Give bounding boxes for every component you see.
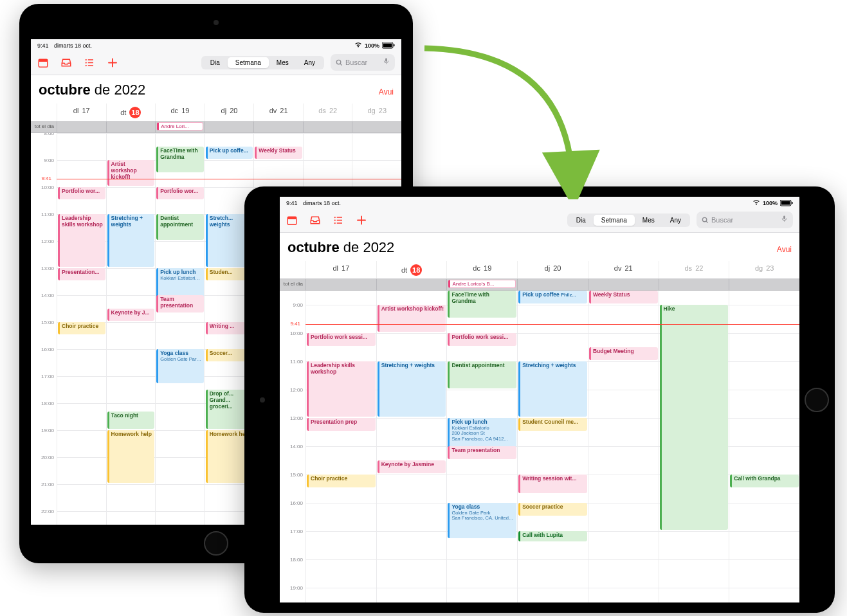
calendar-event[interactable]: Taco night	[107, 412, 155, 429]
day-header-cell[interactable]: ds 22	[659, 261, 729, 278]
seg-day[interactable]: Dia	[569, 215, 594, 226]
day-header-cell[interactable]: dt 18	[106, 104, 156, 121]
search-placeholder: Buscar	[711, 216, 733, 224]
calendar-event[interactable]: Dentist appointment	[448, 361, 516, 388]
day-column[interactable]: FaceTime with GrandmaPortfolio work sess…	[446, 291, 517, 602]
calendar-event[interactable]: Weekly Status	[255, 147, 302, 159]
day-header-cell[interactable]: dc 19	[446, 261, 517, 278]
calendar-event[interactable]: Stretching + weights	[107, 214, 155, 267]
hour-label: 11:00	[290, 359, 303, 365]
svg-point-5	[86, 59, 87, 60]
home-button[interactable]	[805, 388, 829, 412]
calendar-event[interactable]: FaceTime with Grandma	[156, 147, 204, 172]
calendar-event[interactable]: Artist workshop kickoff!	[107, 160, 155, 186]
calendar-event[interactable]: Yoga classGolden Gate ParkSan Francisco,…	[448, 503, 516, 538]
seg-month[interactable]: Mes	[635, 215, 662, 226]
calendar-event[interactable]: Weekly Status	[589, 291, 658, 303]
calendar-event[interactable]: Keynote by J...	[107, 309, 155, 321]
calendar-event[interactable]: Choir practice	[307, 475, 376, 487]
inbox-icon[interactable]	[309, 214, 321, 226]
calendar-event[interactable]: Stretching + weights	[518, 361, 587, 417]
calendar-event[interactable]: Presentation...	[58, 268, 105, 280]
mic-icon[interactable]	[383, 57, 390, 68]
seg-year[interactable]: Any	[662, 215, 689, 226]
day-column[interactable]: Hike	[659, 291, 729, 602]
calendar-event[interactable]: Dentist appointment	[156, 214, 204, 240]
calendar-event[interactable]: Yoga classGolden Gate Park San Francisco…	[156, 349, 204, 383]
calendar-event[interactable]: Team presentation	[156, 295, 204, 313]
inbox-icon[interactable]	[60, 57, 72, 68]
seg-year[interactable]: Any	[296, 57, 323, 68]
day-column[interactable]: Pick up coffee Philz...Stretching + weig…	[517, 291, 588, 602]
today-link[interactable]: Avui	[379, 87, 394, 96]
search-field[interactable]: Buscar	[331, 54, 395, 71]
calendar-event[interactable]: Call with Grandpa	[730, 475, 799, 487]
calendar-icon[interactable]	[286, 214, 298, 226]
day-header-cell[interactable]: dg 23	[729, 261, 799, 278]
day-header-cell[interactable]: dj 20	[205, 104, 254, 121]
day-header-cell[interactable]: ds 22	[303, 104, 352, 121]
add-icon[interactable]	[107, 57, 118, 68]
calendar-event[interactable]: Homework help	[107, 430, 155, 483]
calendar-event[interactable]: Writing session wit...	[518, 475, 587, 493]
calendar-icon[interactable]	[37, 57, 49, 68]
search-icon	[336, 59, 343, 66]
calendar-event[interactable]: Choir practice	[58, 322, 105, 334]
calendar-event[interactable]: Portfolio wor...	[156, 187, 204, 199]
calendar-event[interactable]: Pick up coffe...	[206, 147, 253, 159]
calendar-event[interactable]: Artist workshop kickoff!	[378, 305, 446, 332]
day-header-cell[interactable]: dl 17	[57, 104, 106, 121]
seg-week[interactable]: Setmana	[228, 57, 269, 68]
calendar-event[interactable]: Portfolio work sessi...	[448, 333, 516, 346]
day-header-cell[interactable]: dc 19	[155, 104, 205, 121]
allday-row: tot el dia Andre Lori...	[31, 122, 401, 133]
day-header-cell[interactable]: dg 23	[352, 104, 401, 121]
calendar-event[interactable]: Team presentation	[448, 446, 516, 459]
status-time: 9:41	[37, 42, 49, 49]
seg-month[interactable]: Mes	[269, 57, 296, 68]
day-header-cell[interactable]: dv 21	[588, 261, 659, 278]
add-icon[interactable]	[356, 214, 367, 226]
calendar-event[interactable]: Portfolio work sessi...	[307, 333, 376, 346]
day-header-cell[interactable]: dl 17	[305, 261, 376, 278]
day-column[interactable]: Artist workshop kickoff!Stretching + wei…	[376, 291, 447, 602]
status-date: dimarts 18 oct.	[54, 42, 92, 49]
calendar-event[interactable]: Pick up coffee Philz...	[518, 291, 587, 303]
day-column[interactable]: Portfolio work sessi...Leadership skills…	[305, 291, 376, 602]
day-header: dl 17dt 18dc 19dj 20dv 21ds 22dg 23	[280, 261, 799, 279]
search-field[interactable]: Buscar	[697, 212, 793, 228]
mic-icon[interactable]	[781, 214, 788, 226]
day-column[interactable]: Weekly StatusBudget Meeting	[588, 291, 659, 602]
calendar-event[interactable]: FaceTime with Grandma	[448, 291, 516, 318]
home-button[interactable]	[204, 531, 228, 556]
calendar-event[interactable]: Soccer practice	[518, 503, 587, 516]
rotation-arrow	[412, 32, 605, 199]
hour-label: 9:00	[44, 158, 54, 163]
day-header-cell[interactable]: dj 20	[517, 261, 588, 278]
day-column[interactable]: FaceTime with GrandmaPortfolio wor...Den…	[155, 133, 205, 525]
seg-day[interactable]: Dia	[203, 57, 228, 68]
list-icon[interactable]	[332, 214, 344, 226]
calendar-event[interactable]: Leadership skills workshop	[307, 361, 376, 417]
calendar-event[interactable]: Leadership skills workshop	[58, 214, 105, 267]
today-link[interactable]: Avui	[777, 245, 792, 254]
calendar-event[interactable]: Budget Meeting	[589, 347, 658, 360]
hour-label: 8:00	[44, 133, 54, 136]
week-grid[interactable]: 9:0010:0011:0012:0013:0014:0015:0016:001…	[280, 291, 799, 602]
day-header-cell[interactable]: dv 21	[253, 104, 303, 121]
day-column[interactable]: Artist workshop kickoff!Stretching + wei…	[106, 133, 156, 525]
calendar-event[interactable]: Call with Lupita	[518, 531, 587, 541]
list-icon[interactable]	[84, 57, 95, 68]
seg-week[interactable]: Setmana	[594, 215, 635, 226]
calendar-event[interactable]: Presentation prep	[307, 418, 376, 431]
calendar-event[interactable]: Stretching + weights	[378, 361, 446, 417]
day-header-cell[interactable]: dt 18	[376, 261, 447, 278]
calendar-event[interactable]: Portfolio wor...	[58, 187, 105, 199]
allday-event[interactable]: Andre Lori...	[157, 122, 203, 131]
calendar-event[interactable]: Keynote by Jasmine	[378, 460, 446, 473]
day-column[interactable]: Portfolio wor...Leadership skills worksh…	[57, 133, 106, 525]
calendar-event[interactable]: Hike	[660, 305, 729, 530]
allday-event[interactable]: Andre Lorico's B...	[448, 280, 516, 288]
day-column[interactable]: Call with Grandpa	[729, 291, 799, 602]
calendar-event[interactable]: Student Council me...	[518, 418, 587, 431]
